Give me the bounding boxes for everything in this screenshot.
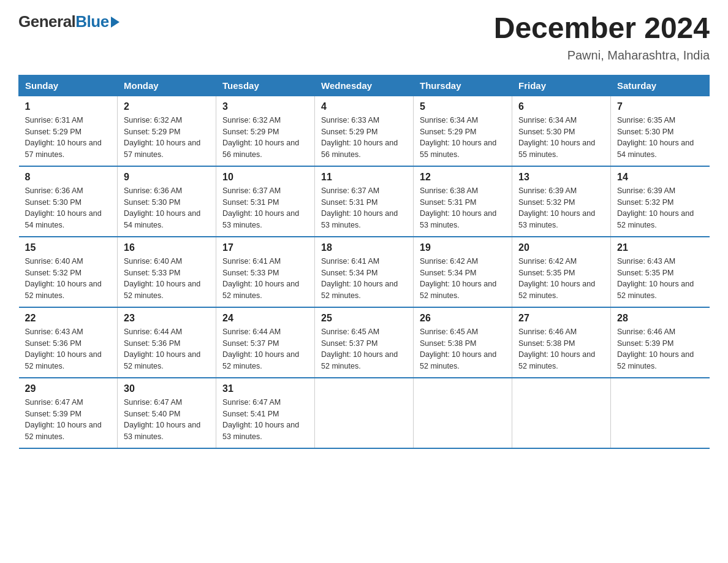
day-number: 17 bbox=[222, 242, 308, 253]
day-number: 13 bbox=[518, 172, 604, 183]
day-number: 7 bbox=[617, 101, 703, 112]
calendar-cell: 31 Sunrise: 6:47 AM Sunset: 5:41 PM Dayl… bbox=[216, 378, 315, 448]
day-info: Sunrise: 6:32 AM Sunset: 5:29 PM Dayligh… bbox=[124, 115, 210, 161]
day-info: Sunrise: 6:47 AM Sunset: 5:40 PM Dayligh… bbox=[124, 397, 210, 443]
col-thursday: Thursday bbox=[414, 75, 512, 96]
day-info: Sunrise: 6:44 AM Sunset: 5:37 PM Dayligh… bbox=[222, 326, 308, 372]
day-info: Sunrise: 6:38 AM Sunset: 5:31 PM Dayligh… bbox=[420, 185, 506, 231]
calendar-cell: 30 Sunrise: 6:47 AM Sunset: 5:40 PM Dayl… bbox=[118, 378, 216, 448]
day-number: 29 bbox=[25, 383, 112, 394]
calendar-cell: 17 Sunrise: 6:41 AM Sunset: 5:33 PM Dayl… bbox=[216, 237, 315, 307]
calendar-cell: 12 Sunrise: 6:38 AM Sunset: 5:31 PM Dayl… bbox=[414, 166, 512, 237]
day-number: 1 bbox=[25, 101, 112, 112]
day-info: Sunrise: 6:42 AM Sunset: 5:34 PM Dayligh… bbox=[420, 256, 506, 302]
logo-text: GeneralBlue bbox=[18, 12, 109, 31]
calendar-cell: 1 Sunrise: 6:31 AM Sunset: 5:29 PM Dayli… bbox=[19, 96, 118, 166]
calendar-cell: 29 Sunrise: 6:47 AM Sunset: 5:39 PM Dayl… bbox=[19, 378, 118, 448]
calendar-cell: 27 Sunrise: 6:46 AM Sunset: 5:38 PM Dayl… bbox=[512, 307, 611, 378]
day-info: Sunrise: 6:43 AM Sunset: 5:35 PM Dayligh… bbox=[617, 256, 703, 302]
calendar-week-1: 1 Sunrise: 6:31 AM Sunset: 5:29 PM Dayli… bbox=[19, 96, 710, 166]
calendar-cell: 11 Sunrise: 6:37 AM Sunset: 5:31 PM Dayl… bbox=[315, 166, 414, 237]
day-info: Sunrise: 6:33 AM Sunset: 5:29 PM Dayligh… bbox=[321, 115, 407, 161]
day-number: 23 bbox=[124, 313, 210, 324]
day-info: Sunrise: 6:32 AM Sunset: 5:29 PM Dayligh… bbox=[222, 115, 308, 161]
day-number: 27 bbox=[518, 313, 604, 324]
day-info: Sunrise: 6:36 AM Sunset: 5:30 PM Dayligh… bbox=[25, 185, 112, 231]
calendar-cell: 28 Sunrise: 6:46 AM Sunset: 5:39 PM Dayl… bbox=[611, 307, 710, 378]
calendar-cell bbox=[512, 378, 611, 448]
calendar-cell: 10 Sunrise: 6:37 AM Sunset: 5:31 PM Dayl… bbox=[216, 166, 315, 237]
calendar-table: Sunday Monday Tuesday Wednesday Thursday… bbox=[18, 75, 710, 449]
day-number: 15 bbox=[25, 242, 112, 253]
calendar-cell: 18 Sunrise: 6:41 AM Sunset: 5:34 PM Dayl… bbox=[315, 237, 414, 307]
calendar-cell: 26 Sunrise: 6:45 AM Sunset: 5:38 PM Dayl… bbox=[414, 307, 512, 378]
day-number: 14 bbox=[617, 172, 703, 183]
page-header: GeneralBlue December 2024 Pawni, Maharas… bbox=[18, 12, 710, 63]
calendar-cell: 9 Sunrise: 6:36 AM Sunset: 5:30 PM Dayli… bbox=[118, 166, 216, 237]
calendar-cell bbox=[414, 378, 512, 448]
col-tuesday: Tuesday bbox=[216, 75, 315, 96]
day-number: 10 bbox=[222, 172, 308, 183]
calendar-cell: 3 Sunrise: 6:32 AM Sunset: 5:29 PM Dayli… bbox=[216, 96, 315, 166]
month-title: December 2024 bbox=[494, 12, 710, 45]
day-number: 4 bbox=[321, 101, 407, 112]
calendar-header: Sunday Monday Tuesday Wednesday Thursday… bbox=[19, 75, 710, 96]
day-number: 22 bbox=[25, 313, 112, 324]
day-info: Sunrise: 6:34 AM Sunset: 5:30 PM Dayligh… bbox=[518, 115, 604, 161]
day-number: 19 bbox=[420, 242, 506, 253]
title-area: December 2024 Pawni, Maharashtra, India bbox=[494, 12, 710, 63]
day-info: Sunrise: 6:35 AM Sunset: 5:30 PM Dayligh… bbox=[617, 115, 703, 161]
day-info: Sunrise: 6:47 AM Sunset: 5:41 PM Dayligh… bbox=[222, 397, 308, 443]
calendar-cell: 2 Sunrise: 6:32 AM Sunset: 5:29 PM Dayli… bbox=[118, 96, 216, 166]
day-number: 26 bbox=[420, 313, 506, 324]
col-sunday: Sunday bbox=[19, 75, 118, 96]
col-monday: Monday bbox=[118, 75, 216, 96]
day-info: Sunrise: 6:47 AM Sunset: 5:39 PM Dayligh… bbox=[25, 397, 112, 443]
day-info: Sunrise: 6:45 AM Sunset: 5:38 PM Dayligh… bbox=[420, 326, 506, 372]
day-info: Sunrise: 6:45 AM Sunset: 5:37 PM Dayligh… bbox=[321, 326, 407, 372]
calendar-cell: 13 Sunrise: 6:39 AM Sunset: 5:32 PM Dayl… bbox=[512, 166, 611, 237]
day-number: 16 bbox=[124, 242, 210, 253]
calendar-cell: 20 Sunrise: 6:42 AM Sunset: 5:35 PM Dayl… bbox=[512, 237, 611, 307]
day-info: Sunrise: 6:37 AM Sunset: 5:31 PM Dayligh… bbox=[321, 185, 407, 231]
calendar-cell bbox=[315, 378, 414, 448]
day-number: 6 bbox=[518, 101, 604, 112]
day-info: Sunrise: 6:39 AM Sunset: 5:32 PM Dayligh… bbox=[518, 185, 604, 231]
day-number: 20 bbox=[518, 242, 604, 253]
day-info: Sunrise: 6:40 AM Sunset: 5:32 PM Dayligh… bbox=[25, 256, 112, 302]
day-number: 21 bbox=[617, 242, 703, 253]
day-info: Sunrise: 6:36 AM Sunset: 5:30 PM Dayligh… bbox=[124, 185, 210, 231]
day-info: Sunrise: 6:31 AM Sunset: 5:29 PM Dayligh… bbox=[25, 115, 112, 161]
day-info: Sunrise: 6:40 AM Sunset: 5:33 PM Dayligh… bbox=[124, 256, 210, 302]
day-info: Sunrise: 6:42 AM Sunset: 5:35 PM Dayligh… bbox=[518, 256, 604, 302]
calendar-cell: 6 Sunrise: 6:34 AM Sunset: 5:30 PM Dayli… bbox=[512, 96, 611, 166]
day-number: 30 bbox=[124, 383, 210, 394]
day-info: Sunrise: 6:46 AM Sunset: 5:39 PM Dayligh… bbox=[617, 326, 703, 372]
logo-arrow-icon bbox=[111, 17, 119, 28]
day-number: 31 bbox=[222, 383, 308, 394]
calendar-cell: 21 Sunrise: 6:43 AM Sunset: 5:35 PM Dayl… bbox=[611, 237, 710, 307]
calendar-cell: 25 Sunrise: 6:45 AM Sunset: 5:37 PM Dayl… bbox=[315, 307, 414, 378]
day-number: 8 bbox=[25, 172, 112, 183]
day-info: Sunrise: 6:43 AM Sunset: 5:36 PM Dayligh… bbox=[25, 326, 112, 372]
day-number: 2 bbox=[124, 101, 210, 112]
calendar-cell: 14 Sunrise: 6:39 AM Sunset: 5:32 PM Dayl… bbox=[611, 166, 710, 237]
col-wednesday: Wednesday bbox=[315, 75, 414, 96]
day-number: 18 bbox=[321, 242, 407, 253]
header-row: Sunday Monday Tuesday Wednesday Thursday… bbox=[19, 75, 710, 96]
day-number: 24 bbox=[222, 313, 308, 324]
logo: GeneralBlue bbox=[18, 12, 119, 31]
location-text: Pawni, Maharashtra, India bbox=[494, 48, 710, 63]
calendar-cell: 15 Sunrise: 6:40 AM Sunset: 5:32 PM Dayl… bbox=[19, 237, 118, 307]
day-number: 25 bbox=[321, 313, 407, 324]
day-info: Sunrise: 6:39 AM Sunset: 5:32 PM Dayligh… bbox=[617, 185, 703, 231]
calendar-week-4: 22 Sunrise: 6:43 AM Sunset: 5:36 PM Dayl… bbox=[19, 307, 710, 378]
day-info: Sunrise: 6:37 AM Sunset: 5:31 PM Dayligh… bbox=[222, 185, 308, 231]
day-info: Sunrise: 6:34 AM Sunset: 5:29 PM Dayligh… bbox=[420, 115, 506, 161]
day-info: Sunrise: 6:41 AM Sunset: 5:34 PM Dayligh… bbox=[321, 256, 407, 302]
calendar-cell: 4 Sunrise: 6:33 AM Sunset: 5:29 PM Dayli… bbox=[315, 96, 414, 166]
day-info: Sunrise: 6:46 AM Sunset: 5:38 PM Dayligh… bbox=[518, 326, 604, 372]
day-number: 11 bbox=[321, 172, 407, 183]
col-saturday: Saturday bbox=[611, 75, 710, 96]
day-number: 9 bbox=[124, 172, 210, 183]
